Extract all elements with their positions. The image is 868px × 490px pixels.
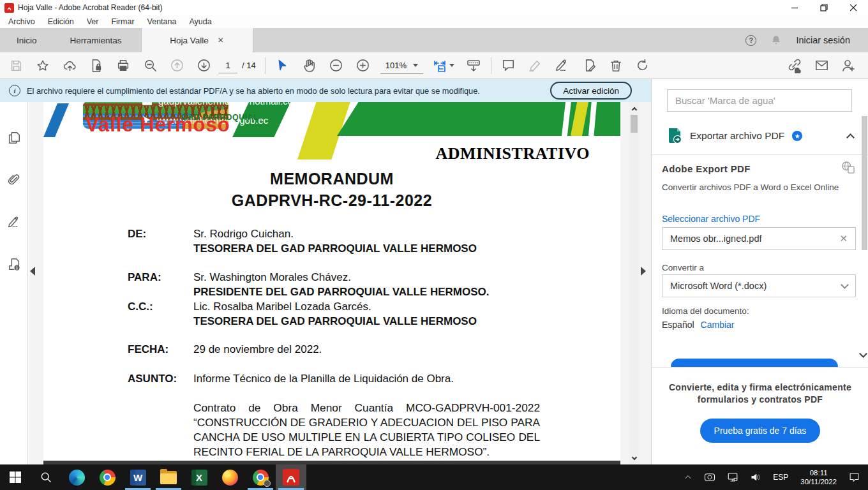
menu-ver[interactable]: Ver (85, 17, 101, 27)
star-icon[interactable] (29, 55, 56, 77)
adobe-export-title: Adobe Export PDF (662, 163, 751, 174)
acrobat-app-icon (4, 3, 14, 13)
signatures-icon[interactable] (6, 214, 22, 230)
tray-meet-now-icon[interactable] (700, 464, 720, 490)
email-icon[interactable] (808, 55, 835, 77)
info-icon: i (9, 85, 20, 96)
clear-file-icon[interactable]: ✕ (839, 233, 848, 244)
menu-ayuda[interactable]: Ayuda (187, 17, 213, 27)
print-icon[interactable] (110, 55, 137, 77)
collapse-tool-icon[interactable] (846, 133, 855, 142)
panel-scrollbar-thumb[interactable] (862, 116, 867, 250)
scroll-down-icon[interactable] (629, 454, 639, 463)
tab-document[interactable]: Hoja Valle ✕ (141, 28, 253, 52)
windows-taskbar: W X ESP 08:11 30/11/2022 (0, 464, 868, 490)
cloud-upload-icon[interactable] (56, 55, 83, 77)
zoom-in-icon[interactable] (350, 55, 377, 77)
previous-page-icon[interactable] (163, 55, 190, 77)
page-number-input[interactable] (218, 58, 237, 73)
menu-ventana[interactable]: Ventana (146, 17, 179, 27)
left-sidebar (0, 102, 28, 464)
free-trial-button[interactable]: Prueba gratis de 7 días (700, 419, 821, 443)
tray-expand-icon[interactable] (679, 464, 697, 490)
tray-time: 08:11 (800, 468, 837, 477)
taskbar-search-button[interactable] (31, 464, 61, 490)
zoom-out-icon[interactable] (323, 55, 350, 77)
tray-network-icon[interactable] (722, 464, 743, 490)
taskbar-explorer-icon[interactable] (153, 464, 184, 490)
help-icon[interactable]: ? (745, 35, 756, 46)
selected-file-box[interactable]: Memos obr...igned.pdf ✕ (662, 227, 856, 250)
tray-language-indicator[interactable]: ESP (768, 464, 793, 490)
document-scrollbar[interactable] (629, 102, 639, 464)
fit-width-icon[interactable] (427, 55, 460, 77)
rotate-icon[interactable] (629, 55, 656, 77)
expand-right-pane-icon[interactable] (641, 267, 646, 276)
document-language-label: Idioma del documento: (662, 306, 749, 316)
save-icon[interactable] (3, 55, 29, 77)
bell-icon[interactable] (770, 34, 782, 46)
taskbar-firefox-icon[interactable] (214, 464, 245, 490)
toolbar-panel-icon[interactable] (460, 55, 487, 77)
taskbar-word-icon[interactable]: W (123, 464, 153, 490)
menu-firmar[interactable]: Firmar (109, 17, 136, 27)
attachments-icon[interactable] (6, 172, 22, 188)
taskbar-excel-icon[interactable]: X (184, 464, 214, 490)
panel-scroll-down-icon[interactable] (859, 350, 867, 358)
fill-sign-icon[interactable] (549, 55, 576, 77)
taskbar-edge-icon[interactable] (61, 464, 92, 490)
collapse-left-pane-icon[interactable] (30, 267, 35, 276)
edit-page-icon[interactable] (576, 55, 602, 77)
convert-format-value: Microsoft Word (*.docx) (670, 281, 767, 291)
hand-tool-icon[interactable] (296, 55, 323, 77)
tab-herramientas[interactable]: Herramientas (54, 28, 138, 52)
export-pdf-tool[interactable]: Exportar archivo PDF ★ (667, 125, 853, 147)
share-link-icon[interactable] (781, 55, 808, 77)
brand-subtitle: GAD PARROQUIAL (181, 113, 258, 122)
page-thumbnails-icon[interactable] (6, 130, 22, 145)
window-title: Hoja Valle - Adobe Acrobat Reader (64-bi… (18, 3, 163, 12)
tray-volume-icon[interactable] (745, 464, 766, 490)
tab-inicio[interactable]: Inicio (0, 28, 54, 52)
restore-button[interactable] (809, 0, 839, 15)
convert-format-select[interactable]: Microsoft Word (*.docx) (662, 274, 856, 297)
search-icon[interactable] (137, 55, 163, 77)
select-tool-icon[interactable] (269, 55, 296, 77)
tab-bar: Inicio Herramientas Hoja Valle ✕ ? Inici… (0, 28, 868, 52)
page-info-icon[interactable] (6, 256, 22, 272)
sign-in-button[interactable]: Iniciar sesión (796, 35, 850, 45)
tools-search-input[interactable] (667, 89, 852, 112)
scrollbar-thumb[interactable] (631, 115, 638, 133)
adobe-export-desc: Convertir archivos PDF a Word o Excel On… (662, 182, 839, 192)
enable-editing-button[interactable]: Activar edición (550, 82, 632, 100)
minimize-button[interactable] (780, 0, 809, 15)
menu-edicion[interactable]: Edición (46, 17, 76, 27)
title-bar: Hoja Valle - Adobe Acrobat Reader (64-bi… (0, 0, 868, 15)
menu-archivo[interactable]: Archivo (6, 17, 37, 27)
next-page-icon[interactable] (190, 55, 217, 77)
main-toolbar: / 14 101% (0, 52, 868, 79)
fit-caret-icon (449, 64, 454, 67)
change-language-link[interactable]: Cambiar (701, 320, 735, 330)
memo-title: MEMORANDUM (43, 170, 620, 188)
page-lock-icon[interactable] (83, 55, 110, 77)
tab-close-icon[interactable]: ✕ (218, 36, 224, 44)
taskbar-chrome-profile-icon[interactable] (245, 464, 276, 490)
add-person-icon[interactable] (835, 55, 862, 77)
action-center-icon[interactable] (844, 464, 864, 490)
start-button[interactable] (0, 464, 31, 490)
banner-blue-stripe (43, 103, 69, 137)
zoom-level-control[interactable]: 101% (380, 57, 423, 74)
menu-bar: Archivo Edición Ver Firmar Ventana Ayuda (0, 15, 868, 28)
delete-icon[interactable] (602, 55, 629, 77)
taskbar-acrobat-icon[interactable] (276, 464, 306, 490)
select-pdf-link[interactable]: Seleccionar archivo PDF (662, 214, 760, 224)
comment-icon[interactable] (495, 55, 522, 77)
department-label: ADMINISTRATIVO (436, 144, 590, 163)
taskbar-chrome-icon[interactable] (92, 464, 123, 490)
close-button[interactable] (839, 0, 868, 15)
highlighter-icon[interactable] (522, 55, 549, 77)
scroll-up-icon[interactable] (629, 103, 639, 113)
convert-button-partial[interactable] (671, 359, 838, 367)
tray-clock[interactable]: 08:11 30/11/2022 (795, 468, 842, 486)
